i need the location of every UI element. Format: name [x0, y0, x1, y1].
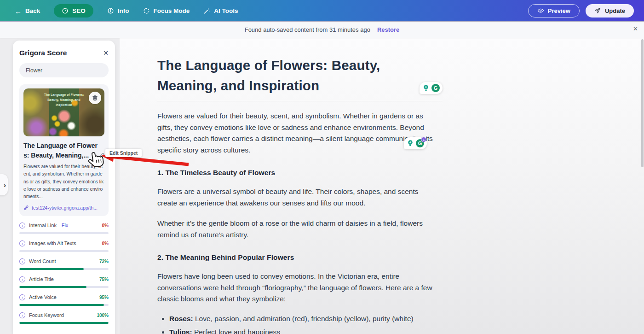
- progress-track: [19, 304, 109, 306]
- info-circle-icon[interactable]: i: [19, 223, 25, 229]
- grammarly-icon: G 1: [416, 139, 424, 147]
- vertical-scrollbar[interactable]: [641, 39, 644, 167]
- info-circle-icon[interactable]: i: [19, 276, 25, 282]
- progress-track: [19, 250, 109, 252]
- info-circle-icon[interactable]: i: [19, 258, 25, 264]
- update-label: Update: [605, 7, 625, 14]
- progress-track: [19, 268, 109, 270]
- eye-icon: [537, 7, 544, 14]
- score-value: 0%: [102, 241, 109, 246]
- update-button[interactable]: Update: [586, 4, 634, 18]
- featured-image-caption: The Language of Flowers: Beauty, Meaning…: [43, 93, 85, 108]
- title-divider: [157, 101, 443, 101]
- app-window: ← Back SEO Info Focus Mode: [0, 0, 644, 334]
- grammarly-icon: G: [431, 84, 440, 92]
- article-title[interactable]: The Language of Flowers: Beauty, Meaning…: [157, 55, 415, 95]
- editor-canvas[interactable]: The Language of Flowers: Beauty, Meaning…: [120, 38, 644, 334]
- panel-title: Grigora Score: [19, 49, 67, 57]
- list-text: Love, passion, and admiration (red), fri…: [193, 315, 414, 322]
- score-value: 95%: [99, 295, 109, 300]
- score-row-focus-keyword: i Focus Keyword 100%: [19, 312, 109, 324]
- snippet-description[interactable]: Flowers are valued for their beauty, sce…: [23, 163, 104, 201]
- list-item[interactable]: Roses: Love, passion, and admiration (re…: [169, 313, 447, 324]
- progress-track: [19, 322, 109, 324]
- ai-wand-icon: [203, 7, 210, 14]
- progress-fill: [19, 286, 86, 288]
- back-button[interactable]: ← Back: [15, 7, 40, 14]
- sidebar-expand-tab[interactable]: ›: [0, 174, 8, 195]
- focus-keyword-value: Flower: [26, 67, 42, 74]
- restore-link[interactable]: Restore: [377, 26, 399, 33]
- info-icon: [107, 7, 114, 14]
- info-circle-icon[interactable]: i: [19, 294, 25, 300]
- score-value: 72%: [99, 259, 109, 264]
- progress-track: [19, 232, 109, 234]
- progress-fill: [19, 304, 104, 306]
- link-icon: [23, 205, 29, 211]
- lightbulb-icon: [422, 84, 430, 92]
- autosave-message: Found auto-saved content from 31 minutes…: [245, 26, 370, 33]
- article-paragraph[interactable]: Whether it’s the gentle bloom of a rose …: [157, 218, 436, 240]
- back-arrow-icon: ←: [15, 7, 22, 14]
- suggestion-count-badge: 1: [421, 137, 426, 142]
- article-paragraph[interactable]: Flowers are a universal symbol of beauty…: [157, 186, 436, 209]
- focus-keyword-input[interactable]: Flower: [19, 63, 109, 77]
- article-heading-1[interactable]: 1. The Timeless Beauty of Flowers: [157, 169, 447, 177]
- grammarly-widget[interactable]: G: [420, 82, 443, 94]
- preview-button[interactable]: Preview: [528, 4, 580, 18]
- snippet-preview-card: The Language of Flowers: Beauty, Meaning…: [19, 84, 109, 216]
- seo-label: SEO: [72, 7, 86, 14]
- seo-button[interactable]: SEO: [54, 4, 93, 18]
- article: The Language of Flowers: Beauty, Meaning…: [157, 55, 447, 334]
- send-icon: [594, 7, 601, 14]
- flower-list: Roses: Love, passion, and admiration (re…: [157, 313, 447, 334]
- ai-tools-button[interactable]: AI Tools: [203, 7, 238, 14]
- preview-label: Preview: [548, 7, 570, 14]
- focus-mode-button[interactable]: Focus Mode: [143, 7, 190, 14]
- info-label: Info: [118, 7, 129, 14]
- trash-icon: [92, 95, 98, 101]
- chevron-right-icon: ›: [4, 181, 6, 189]
- fix-link[interactable]: Fix: [62, 223, 69, 228]
- lightbulb-icon: [407, 140, 414, 147]
- article-paragraph[interactable]: Flowers are valued for their beauty, sce…: [157, 111, 436, 156]
- ai-tools-label: AI Tools: [214, 7, 238, 14]
- score-row-alt-texts: i Images with Alt Texts 0%: [19, 240, 109, 252]
- list-term: Tulips:: [169, 328, 192, 334]
- snippet-url[interactable]: test124-ytwikx.grigora.app/th...: [23, 205, 104, 211]
- grigora-score-panel: Grigora Score ✕ Flower The Language of F…: [13, 41, 115, 334]
- close-icon[interactable]: ✕: [103, 49, 109, 57]
- edit-pencil-icon[interactable]: [98, 152, 104, 162]
- progress-fill: [19, 322, 109, 324]
- score-row-active-voice: i Active Voice 95%: [19, 294, 109, 306]
- snippet-title[interactable]: The Language of Flowers: Beauty, Meaning…: [23, 141, 101, 160]
- score-row-article-title: i Article Title 75%: [19, 276, 109, 288]
- seo-gauge-icon: [62, 7, 69, 14]
- back-label: Back: [25, 7, 40, 14]
- info-button[interactable]: Info: [107, 7, 129, 14]
- info-circle-icon[interactable]: i: [19, 240, 25, 246]
- info-circle-icon[interactable]: i: [19, 312, 25, 318]
- progress-track: [19, 286, 109, 288]
- delete-image-button[interactable]: [89, 92, 101, 104]
- top-toolbar: ← Back SEO Info Focus Mode: [0, 0, 644, 21]
- autosave-bar: Found auto-saved content from 31 minutes…: [0, 21, 644, 38]
- list-text: Perfect love and happiness: [192, 328, 280, 334]
- focus-mode-label: Focus Mode: [154, 7, 190, 14]
- score-row-word-count: i Word Count 72%: [19, 258, 109, 270]
- score-value: 0%: [102, 223, 109, 228]
- progress-fill: [19, 268, 84, 270]
- score-row-internal-link: i Internal Link - Fix 0%: [19, 223, 109, 234]
- score-value: 100%: [97, 313, 109, 318]
- featured-image[interactable]: The Language of Flowers: Beauty, Meaning…: [23, 88, 104, 136]
- grammarly-widget[interactable]: G 1: [404, 137, 427, 149]
- list-item[interactable]: Tulips: Perfect love and happiness: [169, 327, 447, 334]
- edit-snippet-tooltip: Edit Snippet: [105, 149, 142, 157]
- article-paragraph[interactable]: Flowers have long been used to convey em…: [157, 271, 436, 305]
- article-heading-2[interactable]: 2. The Meaning Behind Popular Flowers: [157, 253, 447, 262]
- score-value: 75%: [99, 277, 109, 282]
- list-term: Roses:: [169, 315, 193, 322]
- close-icon[interactable]: ✕: [633, 25, 638, 32]
- focus-mode-icon: [143, 7, 150, 14]
